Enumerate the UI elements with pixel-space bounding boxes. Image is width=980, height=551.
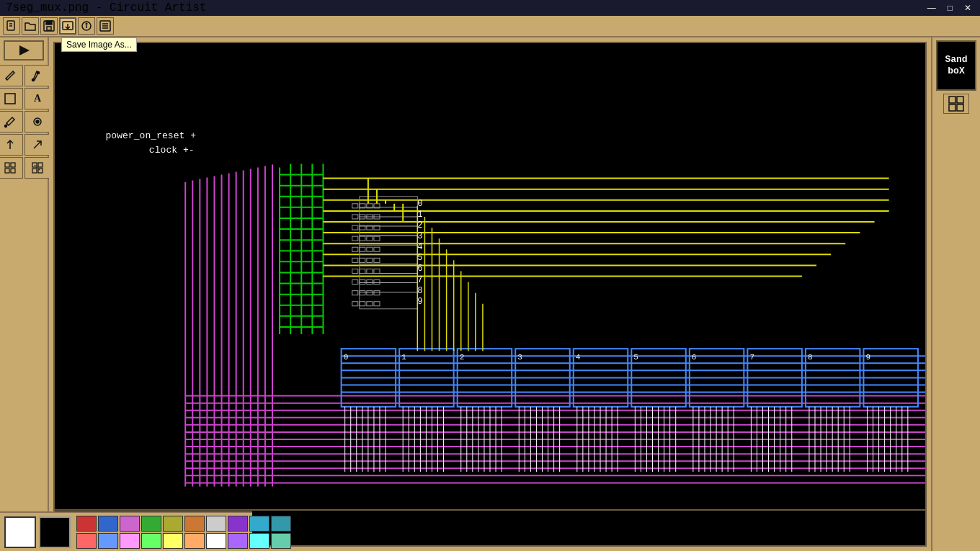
svg-text:4: 4 bbox=[576, 353, 581, 362]
svg-point-10 bbox=[86, 23, 87, 24]
color-cyan[interactable] bbox=[249, 516, 270, 532]
svg-text:5: 5 bbox=[417, 253, 422, 263]
color-teal[interactable] bbox=[271, 516, 291, 532]
color-light-green[interactable] bbox=[141, 533, 161, 549]
color-light-violet[interactable] bbox=[228, 533, 248, 549]
primary-color-swatch[interactable] bbox=[4, 516, 36, 548]
svg-text:clock +-: clock +- bbox=[149, 145, 195, 156]
color-light-blue[interactable] bbox=[98, 533, 118, 549]
grid-tool[interactable] bbox=[0, 157, 23, 179]
color-palette bbox=[0, 511, 252, 551]
svg-text:2: 2 bbox=[417, 220, 422, 230]
pencil-tool[interactable] bbox=[0, 65, 23, 86]
svg-text:2: 2 bbox=[460, 353, 465, 362]
up-arrow-tool[interactable] bbox=[0, 134, 23, 156]
component-tool[interactable] bbox=[24, 157, 50, 179]
svg-text:3: 3 bbox=[417, 231, 422, 241]
open-button[interactable] bbox=[22, 17, 39, 35]
sandbox-box: Sand boX bbox=[936, 40, 976, 91]
tool-row-shapes: A bbox=[0, 88, 50, 109]
svg-rect-25 bbox=[11, 163, 15, 167]
left-sidebar: A bbox=[0, 37, 49, 551]
titlebar-controls: — □ ✕ bbox=[925, 3, 974, 13]
circuit-diagram: power_on_reset + clock +- bbox=[55, 43, 925, 509]
toolbar bbox=[0, 16, 980, 37]
color-white[interactable] bbox=[206, 533, 226, 549]
svg-line-32 bbox=[35, 165, 40, 171]
svg-rect-27 bbox=[11, 169, 15, 173]
svg-rect-276 bbox=[949, 97, 956, 103]
svg-point-21 bbox=[5, 125, 7, 127]
svg-line-16 bbox=[6, 79, 7, 80]
color-grid bbox=[76, 516, 291, 549]
svg-text:6: 6 bbox=[417, 264, 422, 274]
close-button[interactable]: ✕ bbox=[961, 3, 974, 13]
svg-rect-24 bbox=[5, 163, 9, 167]
color-violet[interactable] bbox=[228, 516, 248, 532]
svg-rect-19 bbox=[5, 94, 15, 104]
svg-point-18 bbox=[37, 72, 40, 74]
svg-marker-15 bbox=[19, 45, 30, 55]
eyedropper-tool[interactable] bbox=[0, 111, 23, 133]
svg-text:8: 8 bbox=[808, 353, 813, 362]
svg-rect-5 bbox=[47, 27, 51, 30]
svg-rect-278 bbox=[949, 104, 956, 111]
svg-rect-4 bbox=[46, 21, 52, 24]
svg-text:1: 1 bbox=[417, 210, 422, 220]
svg-rect-279 bbox=[957, 104, 963, 111]
svg-point-17 bbox=[32, 79, 35, 81]
titlebar: 7seg_mux.png - Circuit Artist — □ ✕ bbox=[0, 0, 980, 16]
text-tool[interactable]: A bbox=[24, 88, 50, 109]
color-light-cyan[interactable] bbox=[249, 533, 270, 549]
color-green[interactable] bbox=[141, 516, 161, 532]
line-tool[interactable] bbox=[24, 65, 50, 86]
save-image-button[interactable] bbox=[59, 17, 76, 35]
maximize-button[interactable]: □ bbox=[945, 3, 956, 13]
save-image-tooltip: Save Image As... bbox=[61, 37, 137, 52]
svg-text:0: 0 bbox=[344, 353, 349, 362]
tool-row-arrows1 bbox=[0, 134, 50, 156]
circuit-canvas[interactable]: power_on_reset + clock +- bbox=[53, 42, 927, 511]
color-light-red[interactable] bbox=[76, 533, 97, 549]
color-red[interactable] bbox=[76, 516, 97, 532]
secondary-color-swatch[interactable] bbox=[39, 516, 71, 548]
eyedropper2-tool[interactable] bbox=[24, 111, 50, 133]
tool-row-eyedrop bbox=[0, 111, 50, 133]
svg-text:0: 0 bbox=[417, 199, 422, 209]
svg-text:7: 7 bbox=[749, 353, 754, 362]
svg-text:9: 9 bbox=[865, 353, 870, 362]
svg-text:4: 4 bbox=[417, 242, 422, 252]
play-button[interactable] bbox=[4, 40, 44, 61]
rect-tool[interactable] bbox=[0, 88, 23, 109]
color-blue[interactable] bbox=[98, 516, 118, 532]
color-orange[interactable] bbox=[184, 516, 205, 532]
tool-row-icons bbox=[0, 157, 50, 179]
svg-rect-29 bbox=[38, 163, 43, 167]
svg-text:7: 7 bbox=[417, 275, 422, 285]
save-button[interactable] bbox=[40, 17, 58, 35]
color-light-orange[interactable] bbox=[184, 533, 205, 549]
svg-text:9: 9 bbox=[417, 297, 422, 307]
diagonal-arrow-tool[interactable] bbox=[24, 134, 50, 156]
minimize-button[interactable]: — bbox=[925, 3, 939, 13]
svg-text:8: 8 bbox=[417, 286, 422, 296]
svg-text:3: 3 bbox=[517, 353, 522, 362]
svg-rect-30 bbox=[32, 169, 37, 173]
canvas-area: power_on_reset + clock +- bbox=[49, 37, 931, 551]
svg-point-23 bbox=[36, 120, 39, 123]
extra-button[interactable] bbox=[97, 17, 114, 35]
svg-rect-26 bbox=[5, 169, 9, 173]
svg-text:6: 6 bbox=[692, 353, 697, 362]
color-light-teal[interactable] bbox=[271, 533, 291, 549]
new-button[interactable] bbox=[3, 17, 20, 35]
info-button[interactable] bbox=[78, 17, 95, 35]
sandbox-icon-button[interactable] bbox=[943, 94, 969, 114]
color-olive[interactable] bbox=[163, 516, 183, 532]
color-purple[interactable] bbox=[120, 516, 140, 532]
titlebar-title: 7seg_mux.png - Circuit Artist bbox=[6, 1, 206, 14]
color-gray[interactable] bbox=[206, 516, 226, 532]
color-yellow[interactable] bbox=[163, 533, 183, 549]
right-sidebar: Sand boX bbox=[931, 37, 980, 551]
color-light-purple[interactable] bbox=[120, 533, 140, 549]
svg-text:1: 1 bbox=[401, 353, 406, 362]
